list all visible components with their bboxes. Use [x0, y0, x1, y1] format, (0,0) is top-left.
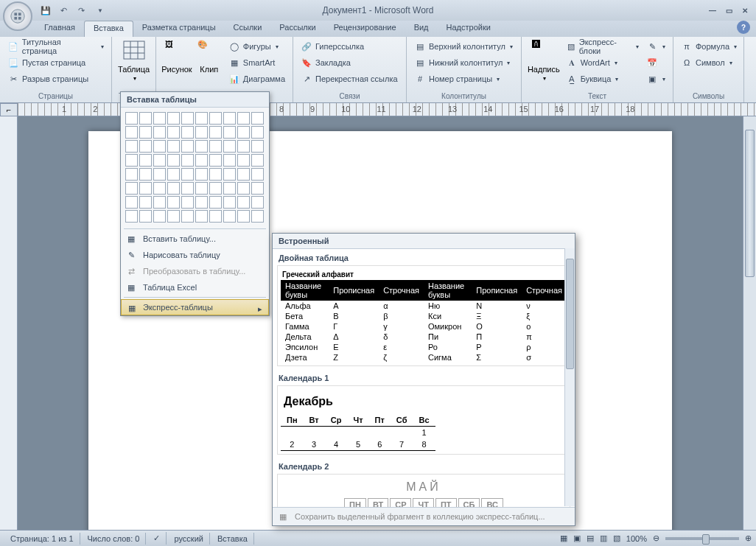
blank-page-button[interactable]: 📃Пустая страница [4, 55, 107, 71]
gallery-item-double-table[interactable]: Греческий алфавит Название буквыПрописна… [277, 265, 570, 366]
draw-table-item[interactable]: ✎Нарисовать таблицу [121, 247, 269, 263]
zoom-level[interactable]: 100% [626, 534, 647, 543]
zoom-out-button[interactable]: ⊖ [653, 533, 659, 543]
picture-button[interactable]: 🖼Рисунок [161, 38, 193, 91]
close-button[interactable]: ✕ [738, 4, 752, 16]
page-number-button[interactable]: #Номер страницы▾ [411, 71, 516, 87]
gallery-body[interactable]: Двойная таблица Греческий алфавит Назван… [273, 249, 575, 507]
view-outline-icon[interactable]: ▥ [600, 533, 607, 543]
view-draft-icon[interactable]: ▧ [613, 533, 620, 543]
tab-home[interactable]: Главная [35, 21, 84, 37]
view-web-icon[interactable]: ▤ [587, 533, 594, 543]
header-button[interactable]: ▤Верхний колонтитул▾ [411, 38, 516, 55]
shapes-icon: ◯ [228, 41, 240, 52]
cover-page-button[interactable]: 📄Титульная страница▾ [4, 38, 107, 55]
blank-page-icon: 📃 [7, 57, 19, 69]
smartart-button[interactable]: ▦SmartArt [225, 55, 288, 71]
wordart-button[interactable]: 𝐀WordArt▾ [563, 55, 642, 71]
convert-table-item: ⇄Преобразовать в таблицу... [121, 263, 269, 279]
undo-icon[interactable]: ↶ [56, 3, 71, 18]
textbox-icon: 🅰 [532, 40, 556, 63]
page-break-button[interactable]: ✂Разрыв страницы [4, 71, 107, 87]
pencil-icon: ✎ [125, 249, 137, 261]
view-print-layout-icon[interactable]: ▦ [560, 533, 567, 543]
tab-page-layout[interactable]: Разметка страницы [133, 21, 225, 37]
dropcap-button[interactable]: A̲Буквица▾ [563, 71, 642, 87]
table-menu-title: Вставка таблицы [121, 92, 269, 108]
spellcheck-icon[interactable]: ✓ [147, 532, 167, 545]
blocks-icon: ▧ [566, 41, 576, 52]
window-title: Документ1 - Microsoft Word [322, 5, 433, 15]
chart-button[interactable]: 📊Диаграмма [225, 71, 288, 87]
tab-view[interactable]: Вид [405, 21, 438, 37]
date-icon: 📅 [646, 57, 658, 69]
quickparts-button[interactable]: ▧Экспресс-блоки▾ [563, 38, 642, 55]
redo-icon[interactable]: ↷ [74, 3, 88, 18]
shapes-button[interactable]: ◯Фигуры▾ [225, 38, 288, 55]
word-count[interactable]: Число слов: 0 [82, 533, 147, 545]
svg-rect-3 [14, 17, 17, 20]
svg-rect-4 [18, 17, 21, 20]
signature-button[interactable]: ✎▾ [643, 38, 668, 55]
gallery-header: Встроенный [273, 234, 575, 249]
object-icon: ▣ [646, 73, 658, 85]
save-icon[interactable]: 💾 [38, 3, 53, 18]
object-button[interactable]: ▣▾ [643, 71, 668, 87]
quick-access-toolbar: 💾 ↶ ↷ ▼ [38, 3, 108, 18]
clip-button[interactable]: 🎨Клип [195, 38, 224, 91]
group-text-label: Текст [526, 91, 668, 101]
qat-dropdown-icon[interactable]: ▼ [93, 3, 108, 18]
gallery-scrollbar[interactable] [564, 248, 575, 506]
bookmark-button[interactable]: 🔖Закладка [298, 55, 401, 71]
tab-mailings[interactable]: Рассылки [270, 21, 324, 37]
excel-table-item[interactable]: ▦Таблица Excel [121, 279, 269, 295]
language-indicator[interactable]: русский [168, 533, 209, 545]
insert-table-item[interactable]: ▦Вставить таблицу... [121, 231, 269, 247]
svg-rect-2 [18, 13, 21, 15]
table-grid-picker[interactable] [121, 108, 269, 227]
omega-icon: Ω [681, 57, 693, 69]
gallery-item-calendar2[interactable]: МАЙ ПНВТСРЧТПТСБВС1234567891011121314151… [277, 474, 570, 507]
gallery-item-label: Календарь 1 [276, 372, 572, 384]
hyperlink-button[interactable]: 🔗Гиперссылка [298, 38, 401, 55]
vertical-ruler[interactable] [0, 116, 18, 530]
maximize-button[interactable]: ▭ [722, 4, 735, 16]
help-icon[interactable]: ? [737, 21, 750, 34]
tab-addins[interactable]: Надстройки [438, 21, 500, 37]
footer-icon: ▤ [414, 57, 426, 69]
table-button[interactable]: Таблица▾ [116, 38, 151, 91]
page-indicator[interactable]: Страница: 1 из 1 [4, 533, 80, 545]
tab-insert[interactable]: Вставка [84, 21, 133, 37]
tab-review[interactable]: Рецензирование [325, 21, 405, 37]
smartart-icon: ▦ [228, 57, 240, 69]
textbox-button[interactable]: 🅰Надпись▾ [526, 38, 561, 91]
datetime-button[interactable]: 📅 [643, 55, 668, 71]
insert-mode[interactable]: Вставка [211, 533, 254, 545]
equation-button[interactable]: πФормула▾ [678, 38, 740, 55]
office-button[interactable] [3, 1, 32, 31]
quick-tables-item[interactable]: ▦Экспресс-таблицы▸ [121, 299, 269, 315]
statusbar: Страница: 1 из 1 Число слов: 0 ✓ русский… [0, 530, 756, 546]
ruler-corner[interactable]: ⌐ [0, 103, 18, 116]
crossref-button[interactable]: ↗Перекрестная ссылка [298, 71, 401, 87]
symbol-button[interactable]: ΩСимвол▾ [678, 55, 740, 71]
svg-rect-1 [14, 13, 17, 15]
submenu-arrow-icon: ▸ [258, 304, 262, 314]
link-icon: 🔗 [301, 41, 312, 52]
group-pages-label: Страницы [4, 91, 107, 101]
svg-point-0 [11, 10, 24, 23]
minimize-button[interactable]: — [706, 4, 719, 16]
crossref-icon: ↗ [301, 73, 312, 85]
zoom-in-button[interactable]: ⊕ [745, 533, 752, 543]
group-hf-label: Колонтитулы [411, 91, 517, 101]
view-fullscreen-icon[interactable]: ▣ [573, 533, 581, 543]
zoom-slider[interactable] [665, 537, 739, 540]
tab-references[interactable]: Ссылки [225, 21, 271, 37]
titlebar: 💾 ↶ ↷ ▼ Документ1 - Microsoft Word — ▭ ✕ [0, 0, 756, 21]
break-icon: ✂ [7, 73, 19, 85]
gallery-item-calendar1[interactable]: Декабрь ПнВтСрЧтПтСбВс12345678 [277, 385, 570, 455]
group-symbols-label: Символы [678, 91, 739, 101]
footer-button[interactable]: ▤Нижний колонтитул▾ [411, 55, 516, 71]
vertical-scrollbar[interactable] [743, 116, 756, 530]
gallery-item-label: Календарь 2 [276, 461, 572, 472]
